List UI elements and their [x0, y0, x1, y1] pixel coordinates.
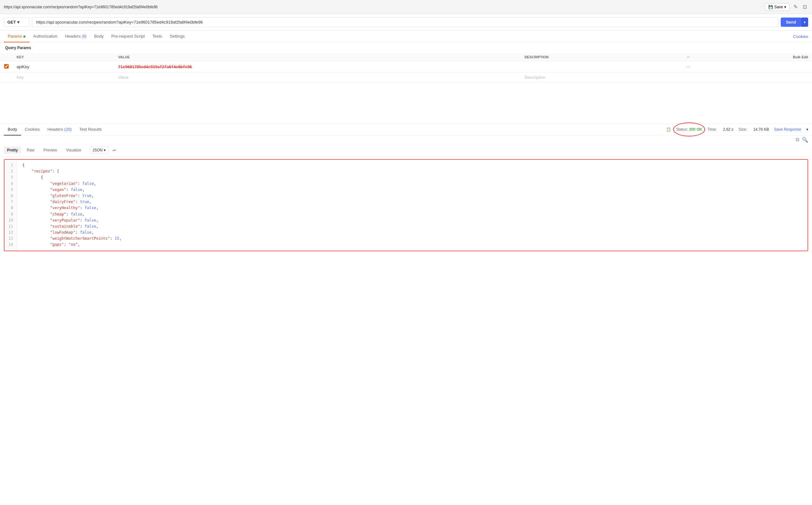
- sub-tab-pretty[interactable]: Pretty: [4, 147, 21, 154]
- value-placeholder: Value: [118, 75, 128, 80]
- tab-body[interactable]: Body: [90, 31, 108, 42]
- key-placeholder: Key: [17, 75, 24, 80]
- copy-icon[interactable]: ⧉: [796, 137, 799, 143]
- empty-bulk: [698, 72, 812, 82]
- col-actions: ···: [679, 53, 698, 61]
- row-description: [520, 61, 679, 72]
- table-empty-row: Key Value Description: [0, 72, 812, 82]
- table-row: apiKey 71e9601785ed4c919af2fa6f4e0bfe96 …: [0, 61, 812, 72]
- save-response-button[interactable]: Save Response: [774, 127, 801, 132]
- empty-key-cell[interactable]: Key: [13, 72, 114, 82]
- row-key: apiKey: [13, 61, 114, 72]
- row-value: 71e9601785ed4c919af2fa6f4e0bfe96: [114, 61, 520, 72]
- response-section: Body Cookies Headers (20) Test Results 📋…: [0, 123, 812, 251]
- format-label: JSON: [93, 148, 103, 152]
- response-tab-headers[interactable]: Headers (20): [44, 124, 76, 136]
- tab-settings[interactable]: Settings: [166, 31, 189, 42]
- size-label: Size:: [738, 127, 748, 132]
- col-description: DESCRIPTION: [520, 53, 679, 61]
- tab-authorization[interactable]: Authorization: [29, 31, 61, 42]
- send-dropdown-button[interactable]: ▾: [801, 17, 808, 27]
- query-params-label: Query Params: [0, 42, 812, 53]
- time-value: 2.62 s: [723, 127, 733, 132]
- status-circle-wrapper: Status: 200 OK: [676, 127, 702, 132]
- row-dots-icon[interactable]: ···: [686, 64, 690, 69]
- method-select[interactable]: GET ▾: [4, 17, 29, 27]
- cookies-link[interactable]: Cookies: [793, 34, 808, 39]
- spacer: [0, 82, 812, 121]
- top-actions: 💾 Save ▾ ✎ ⊡: [765, 3, 808, 11]
- desc-placeholder: Description: [525, 75, 545, 80]
- response-tab-body[interactable]: Body: [4, 124, 21, 136]
- empty-check-col: [0, 72, 13, 82]
- status-label: Status:: [676, 127, 689, 132]
- time-label: Time:: [707, 127, 718, 132]
- format-select[interactable]: JSON ▾: [90, 147, 109, 154]
- col-check: [0, 53, 13, 61]
- response-icon: 📋: [666, 127, 671, 132]
- row-bulk: [698, 61, 812, 72]
- params-dot: [23, 35, 25, 38]
- code-content: { "recipes": [ { "vegetarian": false, "v…: [17, 160, 808, 250]
- params-table: KEY VALUE DESCRIPTION ··· Bulk Edit apiK…: [0, 53, 812, 82]
- response-meta: 📋 Status: 200 OK Time: 2.62 s Size: 14.7…: [666, 127, 808, 132]
- method-chevron-icon: ▾: [17, 20, 19, 25]
- url-input[interactable]: [32, 17, 778, 27]
- col-value: VALUE: [114, 53, 520, 61]
- row-actions: ···: [679, 61, 698, 72]
- save-icon: 💾: [768, 5, 773, 9]
- wrap-icon[interactable]: ⇌: [112, 148, 116, 153]
- tab-headers[interactable]: Headers (6): [61, 31, 90, 42]
- sub-tab-preview[interactable]: Preview: [40, 147, 60, 154]
- method-label: GET: [7, 20, 16, 25]
- code-toolbar: ⧉ 🔍: [0, 136, 812, 144]
- response-tab-cookies[interactable]: Cookies: [21, 124, 44, 136]
- code-sub-tabs: Pretty Raw Preview Visualize JSON ▾ ⇌: [0, 144, 812, 157]
- save-response-chevron-icon: ▾: [806, 127, 808, 132]
- empty-desc-cell[interactable]: Description: [520, 72, 679, 82]
- col-key: KEY: [13, 53, 114, 61]
- status-value: 200 OK: [689, 127, 702, 132]
- tab-params[interactable]: Params: [4, 31, 29, 42]
- size-value: 14.76 KB: [753, 127, 769, 132]
- response-tabs-row: Body Cookies Headers (20) Test Results 📋…: [0, 124, 812, 136]
- save-label: Save: [774, 5, 783, 9]
- top-bar: https://api.spoonacular.com/recipes/rand…: [0, 0, 812, 14]
- sub-tab-raw[interactable]: Raw: [24, 147, 38, 154]
- save-button[interactable]: 💾 Save ▾: [765, 3, 790, 11]
- tab-pre-request-script[interactable]: Pre-request Script: [108, 31, 149, 42]
- sub-tab-visualize[interactable]: Visualize: [63, 147, 85, 154]
- row-checkbox[interactable]: [4, 64, 9, 68]
- empty-value-cell[interactable]: Value: [114, 72, 520, 82]
- empty-actions: [679, 72, 698, 82]
- search-icon[interactable]: 🔍: [802, 137, 808, 143]
- line-numbers: 12345 678910 11121314: [4, 160, 17, 250]
- response-tab-test-results[interactable]: Test Results: [75, 124, 106, 136]
- send-label: Send: [786, 20, 796, 25]
- request-bar: GET ▾ Send ▾: [0, 14, 812, 31]
- save-chevron-icon: ▾: [784, 5, 786, 9]
- format-chevron-icon: ▾: [104, 148, 106, 152]
- row-check-col: [0, 61, 13, 72]
- code-area: 12345 678910 11121314 { "recipes": [ { "…: [4, 159, 808, 251]
- col-bulk-edit[interactable]: Bulk Edit: [698, 53, 812, 61]
- edit-button[interactable]: ✎: [792, 3, 799, 11]
- layout-button[interactable]: ⊡: [801, 3, 808, 11]
- tab-tests[interactable]: Tests: [149, 31, 166, 42]
- send-button[interactable]: Send: [781, 17, 801, 27]
- request-tabs-row: Params Authorization Headers (6) Body Pr…: [0, 31, 812, 42]
- top-url: https://api.spoonacular.com/recipes/rand…: [4, 5, 765, 9]
